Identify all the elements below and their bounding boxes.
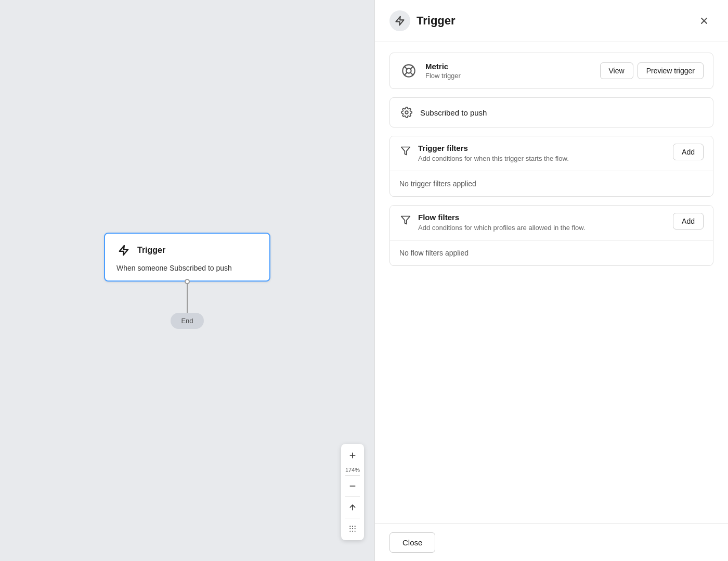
trigger-filters-text: Trigger filters Add conditions for when … <box>418 144 667 163</box>
flow-filter-icon <box>399 214 412 226</box>
panel-header-left: Trigger <box>389 10 456 31</box>
metric-title: Metric <box>425 62 593 71</box>
settings-icon <box>399 105 414 120</box>
trigger-filters-title: Trigger filters <box>418 144 667 152</box>
panel-header: Trigger <box>375 0 728 42</box>
svg-marker-14 <box>396 17 404 26</box>
svg-point-12 <box>352 531 353 532</box>
flow-filters-section: Flow filters Add conditions for which pr… <box>389 205 713 266</box>
trigger-filters-empty-label: No trigger filters applied <box>399 180 476 188</box>
zoom-divider <box>345 475 360 476</box>
panel-header-icon <box>389 10 410 31</box>
subscribed-label: Subscribed to push <box>420 108 487 117</box>
svg-point-13 <box>355 531 356 532</box>
flow-filters-description: Add conditions for which profiles are al… <box>418 223 667 233</box>
preview-trigger-button[interactable]: Preview trigger <box>638 62 704 79</box>
flow-filters-add-button[interactable]: Add <box>673 213 704 230</box>
svg-point-10 <box>355 528 356 529</box>
zoom-divider-2 <box>345 496 360 497</box>
svg-point-7 <box>355 526 356 527</box>
grid-button[interactable] <box>343 519 362 538</box>
svg-marker-25 <box>401 216 410 224</box>
panel-footer: Close <box>375 524 728 561</box>
flow-filters-body: No flow filters applied <box>390 240 713 265</box>
trigger-filters-description: Add conditions for when this trigger sta… <box>418 154 667 163</box>
svg-marker-0 <box>120 245 128 254</box>
canvas-area: Trigger When someone Subscribed to push … <box>0 0 374 561</box>
svg-marker-24 <box>401 147 410 155</box>
zoom-out-button[interactable] <box>343 477 362 495</box>
zoom-level: 174% <box>345 466 360 474</box>
metric-subtitle: Flow trigger <box>425 72 593 80</box>
svg-line-19 <box>405 67 407 69</box>
trigger-node[interactable]: Trigger When someone Subscribed to push <box>104 233 270 282</box>
connector-line <box>187 282 188 313</box>
svg-point-11 <box>349 531 350 532</box>
flow-filters-title: Flow filters <box>418 213 667 222</box>
trigger-filter-icon <box>399 145 412 157</box>
flow-filters-text: Flow filters Add conditions for which pr… <box>418 213 667 233</box>
metric-card-inner: Metric Flow trigger View Preview trigger <box>399 61 704 80</box>
svg-point-23 <box>405 111 408 114</box>
canvas-content: Trigger When someone Subscribed to push … <box>104 233 270 329</box>
svg-point-5 <box>349 526 350 527</box>
flow-filters-empty-label: No flow filters applied <box>399 249 469 257</box>
close-panel-button[interactable]: Close <box>389 532 435 553</box>
panel-title: Trigger <box>417 14 456 28</box>
metric-text: Metric Flow trigger <box>425 62 593 80</box>
panel-body: Metric Flow trigger View Preview trigger… <box>375 42 728 524</box>
trigger-node-header: Trigger <box>115 242 259 259</box>
right-panel: Trigger <box>374 0 728 561</box>
view-button[interactable]: View <box>600 62 633 79</box>
svg-point-6 <box>352 526 353 527</box>
zoom-fit-button[interactable] <box>343 498 362 517</box>
metric-actions: View Preview trigger <box>600 62 704 79</box>
svg-line-21 <box>410 67 413 69</box>
svg-line-22 <box>405 72 407 75</box>
end-node: End <box>171 313 203 329</box>
svg-point-9 <box>352 528 353 529</box>
panel-close-button[interactable] <box>695 11 713 30</box>
trigger-filters-add-button[interactable]: Add <box>673 144 704 160</box>
trigger-node-title: Trigger <box>137 246 165 255</box>
subscribed-card: Subscribed to push <box>389 97 713 128</box>
trigger-filters-section: Trigger filters Add conditions for when … <box>389 136 713 197</box>
connector-dot <box>185 279 190 284</box>
trigger-node-subtitle: When someone Subscribed to push <box>115 264 259 272</box>
metric-icon <box>399 61 418 80</box>
zoom-controls: 174% <box>341 444 364 540</box>
svg-point-8 <box>349 528 350 529</box>
zoom-divider-3 <box>345 518 360 518</box>
trigger-filters-body: No trigger filters applied <box>390 171 713 196</box>
metric-card: Metric Flow trigger View Preview trigger <box>389 53 713 89</box>
trigger-node-icon <box>115 242 132 259</box>
trigger-filters-header: Trigger filters Add conditions for when … <box>390 136 713 171</box>
flow-filters-header: Flow filters Add conditions for which pr… <box>390 206 713 240</box>
zoom-in-button[interactable] <box>343 446 362 465</box>
svg-line-20 <box>410 72 413 75</box>
